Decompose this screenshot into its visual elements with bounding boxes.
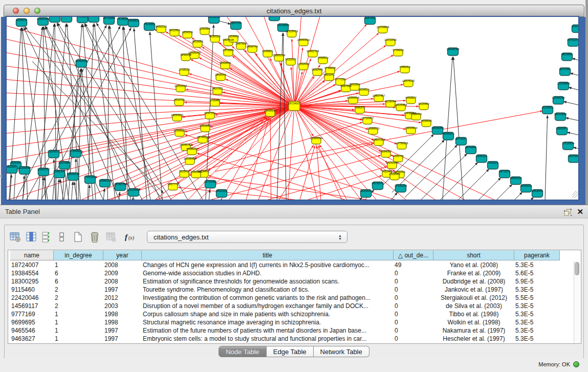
column-header-name[interactable]: name (10, 250, 54, 260)
cell-name: 9699695 (10, 319, 54, 326)
close-traffic-light[interactable] (13, 8, 19, 14)
graph-node-label: 9420561 (360, 189, 371, 192)
graph-node-label: 16961758 (307, 50, 319, 53)
graph-node-label: 14756928 (396, 142, 408, 145)
graph-node-label: 16782759 (114, 183, 126, 186)
cell-pagerank: 5.9E-5 (514, 278, 560, 285)
select-rows-icon[interactable] (42, 230, 52, 244)
graph-node-label: 2803144 (215, 73, 226, 76)
graph-node-label: 10653287 (49, 17, 61, 17)
column-header-pagerank[interactable]: pagerank (514, 250, 560, 260)
graph-node-label: 8216044 (385, 100, 396, 103)
column-header-out_de[interactable]: △ out_de... (394, 250, 433, 260)
graph-node[interactable] (61, 17, 72, 23)
zoom-traffic-light[interactable] (34, 8, 40, 14)
graph-node-label: 9829966 (561, 53, 572, 56)
minimize-traffic-light[interactable] (24, 8, 30, 14)
graph-node-label: 19218506 (277, 24, 289, 27)
graph-node-label: 11156849 (18, 166, 31, 169)
graph-node-label: 6479197 (455, 137, 466, 140)
graph-node-label: 9115460 (418, 102, 429, 105)
canvas-resize-grip[interactable] (572, 191, 578, 198)
float-panel-icon[interactable] (564, 209, 572, 216)
window-titlebar[interactable]: citations_edges.txt (4, 5, 584, 17)
graph-node-label: 1691404 (190, 170, 201, 173)
cell-in_degree: 1 (54, 319, 103, 326)
cell-in_degree: 1 (54, 261, 103, 269)
graph-node-label: 20691406 (37, 17, 49, 20)
graph-node-label: 1362615 (298, 62, 309, 65)
cell-name: 9465546 (10, 327, 54, 334)
graph-node-label: 9322037 (285, 58, 296, 61)
cell-out_de: 0 (394, 311, 433, 318)
tab-node-table[interactable]: Node Table (219, 346, 267, 357)
cell-in_degree: 1 (54, 335, 103, 342)
table-row[interactable]: 969969511998Structural magnetic resonanc… (10, 318, 560, 326)
tab-network-table[interactable]: Network Table (314, 346, 369, 357)
table-settings-icon[interactable] (10, 230, 21, 244)
graph-node-label: 7663822 (128, 19, 139, 22)
cell-out_de: 0 (394, 286, 433, 293)
table-row[interactable]: 911546021997Tourette syndrome. Phenomeno… (10, 286, 560, 294)
graph-node-label: 18807293 (373, 138, 385, 141)
column-header-year[interactable]: year (103, 250, 142, 260)
panel-collapse-arrow-icon[interactable] (0, 174, 2, 178)
graph-node-label: 20364416 (347, 96, 359, 99)
table-panel: Table Panel ✕ f(x) citations_edges.txt▲▼… (0, 205, 588, 372)
new-table-icon[interactable] (73, 230, 83, 244)
cell-year: 1997 (103, 286, 142, 293)
network-canvas[interactable]: 1872400722605848186328932750819546662867… (7, 17, 578, 200)
show-columns-icon[interactable] (26, 230, 37, 244)
graph-node[interactable] (89, 17, 99, 23)
table-vscrollbar[interactable] (574, 261, 580, 343)
table-select[interactable]: citations_edges.txt▲▼ (147, 231, 347, 243)
svg-text:(x): (x) (128, 235, 135, 241)
cell-title: Estimation of the future numbers of pati… (142, 327, 394, 334)
table-row[interactable]: 946554611997Estimation of the future num… (10, 326, 560, 335)
graph-node-label: 9327508 (223, 38, 233, 41)
graph-node-label: 10654112 (510, 177, 522, 180)
graph-node-label: 12975115 (402, 79, 415, 82)
cell-year: 2012 (103, 294, 142, 301)
column-header-title[interactable]: title (142, 250, 394, 260)
column-header-in_degree[interactable]: in_degree (54, 250, 103, 260)
function-builder-icon[interactable]: f(x) (124, 230, 137, 244)
delete-table-icon[interactable] (89, 230, 100, 244)
graph-node-label: 26640910 (297, 38, 310, 41)
graph-node-label: 9361518 (216, 189, 227, 192)
tab-edge-table[interactable]: Edge Table (267, 346, 314, 357)
cell-short: Jankovic et al. (1997) (433, 286, 514, 293)
graph-node-label: 7513352 (144, 23, 155, 26)
cell-year: 1997 (103, 335, 142, 342)
graph-node[interactable] (269, 17, 280, 21)
close-panel-icon[interactable]: ✕ (577, 207, 583, 216)
table-row[interactable]: 1830029562008Estimation of significance … (10, 277, 560, 286)
graph-node-label: 9227342 (559, 68, 570, 71)
table-row[interactable]: 1456911722003Disruption of a novel membe… (10, 302, 560, 310)
table-row[interactable]: 1872400712008Changes of HCN gene express… (10, 261, 560, 269)
graph-node-label: 9498223 (186, 147, 197, 150)
table-row[interactable]: 1938455462009Genome-wide association stu… (10, 269, 560, 277)
cell-name: 9777169 (10, 311, 54, 318)
table-row[interactable]: 2242004622012Investigating the contribut… (10, 294, 560, 302)
table-row[interactable]: 946362711997Embryonic stem cells: a mode… (10, 335, 560, 343)
graph-node-label: 9474444 (465, 146, 476, 149)
cell-pagerank: 5.3E-5 (514, 286, 560, 293)
import-table-icon[interactable] (105, 230, 117, 244)
cell-title: Corpus callosum shape and size in male p… (142, 311, 394, 318)
cell-short: Franke et al. (2009) (433, 270, 514, 277)
cell-pagerank: 5.3E-5 (514, 319, 560, 326)
graph-node-label: 8454749 (247, 45, 257, 48)
table-vscrollbar-thumb[interactable] (575, 262, 579, 275)
graph-node[interactable] (50, 17, 60, 23)
graph-node-label: 1167534 (568, 155, 578, 158)
column-header-short[interactable]: short (433, 250, 514, 260)
row-height-icon[interactable] (58, 230, 66, 244)
cell-title: Investigating the contribution of common… (142, 294, 394, 301)
graph-node-label: 2718126 (179, 68, 189, 71)
cell-year: 2009 (103, 270, 142, 277)
graph-node-label: 835061 (11, 161, 20, 164)
cell-year: 1998 (103, 311, 142, 318)
table-row[interactable]: 977716911998Corpus callosum shape and si… (10, 310, 560, 318)
graph-node-label: 7825402 (179, 170, 189, 173)
